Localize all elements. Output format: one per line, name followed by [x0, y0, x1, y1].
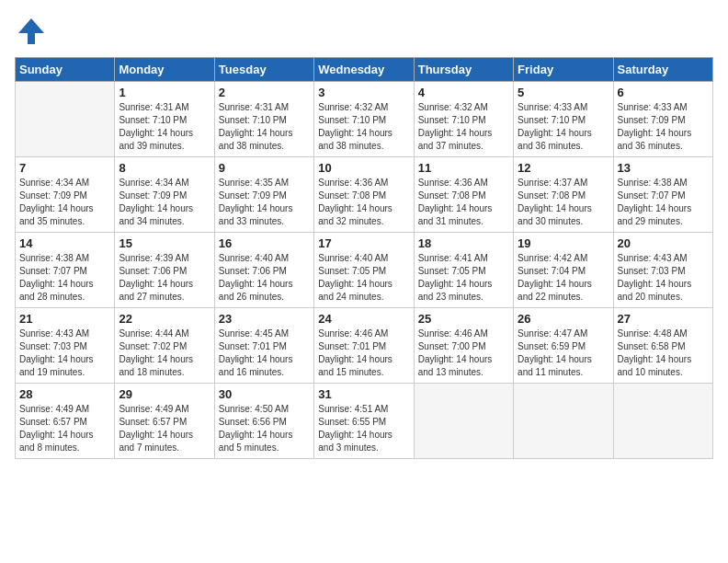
day-number: 4: [418, 86, 509, 99]
day-info: Sunrise: 4:51 AM Sunset: 6:55 PM Dayligh…: [318, 403, 409, 454]
day-number: 8: [119, 161, 210, 175]
day-number: 26: [518, 312, 609, 326]
day-number: 9: [219, 161, 310, 175]
day-info: Sunrise: 4:46 AM Sunset: 7:01 PM Dayligh…: [318, 327, 409, 379]
calendar-week-row: 21Sunrise: 4:43 AM Sunset: 7:03 PM Dayli…: [16, 308, 713, 384]
calendar-day-cell: 18Sunrise: 4:41 AM Sunset: 7:05 PM Dayli…: [414, 233, 513, 308]
calendar-day-cell: [514, 384, 613, 459]
day-info: Sunrise: 4:37 AM Sunset: 7:08 PM Dayligh…: [518, 177, 609, 228]
day-number: 20: [618, 236, 709, 250]
day-number: 29: [119, 387, 210, 401]
day-number: 6: [618, 86, 709, 99]
day-number: 14: [19, 236, 110, 250]
day-info: Sunrise: 4:33 AM Sunset: 7:09 PM Dayligh…: [618, 101, 709, 153]
weekday-header: Saturday: [613, 58, 712, 82]
day-info: Sunrise: 4:39 AM Sunset: 7:06 PM Dayligh…: [119, 252, 210, 304]
day-number: 28: [19, 387, 110, 401]
calendar-day-cell: 3Sunrise: 4:32 AM Sunset: 7:10 PM Daylig…: [314, 82, 414, 157]
day-number: 24: [318, 312, 409, 326]
calendar-day-cell: [414, 384, 513, 459]
day-number: 11: [418, 161, 509, 175]
day-info: Sunrise: 4:49 AM Sunset: 6:57 PM Dayligh…: [19, 403, 110, 454]
weekday-header: Tuesday: [214, 58, 313, 82]
day-number: 16: [219, 236, 310, 250]
calendar-day-cell: 10Sunrise: 4:36 AM Sunset: 7:08 PM Dayli…: [314, 157, 414, 233]
day-info: Sunrise: 4:42 AM Sunset: 7:04 PM Dayligh…: [518, 252, 609, 304]
calendar-day-cell: [16, 82, 115, 157]
calendar-day-cell: 16Sunrise: 4:40 AM Sunset: 7:06 PM Dayli…: [214, 233, 313, 308]
calendar-day-cell: 9Sunrise: 4:35 AM Sunset: 7:09 PM Daylig…: [214, 157, 313, 233]
calendar-week-row: 14Sunrise: 4:38 AM Sunset: 7:07 PM Dayli…: [16, 233, 713, 308]
calendar-day-cell: 19Sunrise: 4:42 AM Sunset: 7:04 PM Dayli…: [514, 233, 613, 308]
day-number: 19: [518, 236, 609, 250]
weekday-header: Sunday: [16, 58, 115, 82]
svg-marker-0: [18, 18, 44, 44]
day-info: Sunrise: 4:48 AM Sunset: 6:58 PM Dayligh…: [618, 327, 709, 379]
header: [15, 15, 713, 48]
weekday-header: Monday: [115, 58, 214, 82]
calendar-day-cell: 27Sunrise: 4:48 AM Sunset: 6:58 PM Dayli…: [613, 308, 712, 384]
day-number: 31: [318, 387, 409, 401]
calendar-header-row: SundayMondayTuesdayWednesdayThursdayFrid…: [16, 58, 713, 82]
day-info: Sunrise: 4:31 AM Sunset: 7:10 PM Dayligh…: [219, 101, 310, 153]
day-number: 27: [618, 312, 709, 326]
calendar-day-cell: 30Sunrise: 4:50 AM Sunset: 6:56 PM Dayli…: [214, 384, 313, 459]
calendar-day-cell: 17Sunrise: 4:40 AM Sunset: 7:05 PM Dayli…: [314, 233, 414, 308]
day-info: Sunrise: 4:36 AM Sunset: 7:08 PM Dayligh…: [318, 177, 409, 228]
day-info: Sunrise: 4:34 AM Sunset: 7:09 PM Dayligh…: [19, 177, 110, 228]
day-number: 5: [518, 86, 609, 99]
day-info: Sunrise: 4:33 AM Sunset: 7:10 PM Dayligh…: [518, 101, 609, 153]
calendar-day-cell: 1Sunrise: 4:31 AM Sunset: 7:10 PM Daylig…: [115, 82, 214, 157]
logo: [15, 15, 51, 48]
calendar-day-cell: 14Sunrise: 4:38 AM Sunset: 7:07 PM Dayli…: [16, 233, 115, 308]
day-info: Sunrise: 4:32 AM Sunset: 7:10 PM Dayligh…: [418, 101, 509, 153]
day-number: 18: [418, 236, 509, 250]
day-number: 7: [19, 161, 110, 175]
calendar-day-cell: 7Sunrise: 4:34 AM Sunset: 7:09 PM Daylig…: [16, 157, 115, 233]
logo-icon: [15, 15, 48, 48]
calendar-day-cell: 15Sunrise: 4:39 AM Sunset: 7:06 PM Dayli…: [115, 233, 214, 308]
day-info: Sunrise: 4:46 AM Sunset: 7:00 PM Dayligh…: [418, 327, 509, 379]
calendar-day-cell: 5Sunrise: 4:33 AM Sunset: 7:10 PM Daylig…: [514, 82, 613, 157]
calendar-day-cell: [613, 384, 712, 459]
calendar-day-cell: 26Sunrise: 4:47 AM Sunset: 6:59 PM Dayli…: [514, 308, 613, 384]
day-number: 21: [19, 312, 110, 326]
day-number: 10: [318, 161, 409, 175]
day-number: 15: [119, 236, 210, 250]
day-info: Sunrise: 4:45 AM Sunset: 7:01 PM Dayligh…: [219, 327, 310, 379]
day-info: Sunrise: 4:31 AM Sunset: 7:10 PM Dayligh…: [119, 101, 210, 153]
day-info: Sunrise: 4:44 AM Sunset: 7:02 PM Dayligh…: [119, 327, 210, 379]
day-info: Sunrise: 4:38 AM Sunset: 7:07 PM Dayligh…: [19, 252, 110, 304]
day-number: 23: [219, 312, 310, 326]
calendar-day-cell: 6Sunrise: 4:33 AM Sunset: 7:09 PM Daylig…: [613, 82, 712, 157]
weekday-header: Friday: [514, 58, 613, 82]
calendar-day-cell: 22Sunrise: 4:44 AM Sunset: 7:02 PM Dayli…: [115, 308, 214, 384]
calendar-body: 1Sunrise: 4:31 AM Sunset: 7:10 PM Daylig…: [16, 82, 713, 459]
calendar-table: SundayMondayTuesdayWednesdayThursdayFrid…: [15, 57, 713, 459]
day-info: Sunrise: 4:50 AM Sunset: 6:56 PM Dayligh…: [219, 403, 310, 454]
day-info: Sunrise: 4:32 AM Sunset: 7:10 PM Dayligh…: [318, 101, 409, 153]
day-info: Sunrise: 4:43 AM Sunset: 7:03 PM Dayligh…: [618, 252, 709, 304]
calendar-day-cell: 25Sunrise: 4:46 AM Sunset: 7:00 PM Dayli…: [414, 308, 513, 384]
day-number: 3: [318, 86, 409, 99]
weekday-header: Thursday: [414, 58, 513, 82]
day-number: 22: [119, 312, 210, 326]
day-number: 2: [219, 86, 310, 99]
day-info: Sunrise: 4:40 AM Sunset: 7:06 PM Dayligh…: [219, 252, 310, 304]
day-info: Sunrise: 4:35 AM Sunset: 7:09 PM Dayligh…: [219, 177, 310, 228]
calendar-day-cell: 13Sunrise: 4:38 AM Sunset: 7:07 PM Dayli…: [613, 157, 712, 233]
day-info: Sunrise: 4:34 AM Sunset: 7:09 PM Dayligh…: [119, 177, 210, 228]
calendar-day-cell: 31Sunrise: 4:51 AM Sunset: 6:55 PM Dayli…: [314, 384, 414, 459]
day-info: Sunrise: 4:41 AM Sunset: 7:05 PM Dayligh…: [418, 252, 509, 304]
calendar-day-cell: 4Sunrise: 4:32 AM Sunset: 7:10 PM Daylig…: [414, 82, 513, 157]
calendar-week-row: 7Sunrise: 4:34 AM Sunset: 7:09 PM Daylig…: [16, 157, 713, 233]
calendar-day-cell: 24Sunrise: 4:46 AM Sunset: 7:01 PM Dayli…: [314, 308, 414, 384]
day-info: Sunrise: 4:38 AM Sunset: 7:07 PM Dayligh…: [618, 177, 709, 228]
calendar-day-cell: 8Sunrise: 4:34 AM Sunset: 7:09 PM Daylig…: [115, 157, 214, 233]
day-info: Sunrise: 4:36 AM Sunset: 7:08 PM Dayligh…: [418, 177, 509, 228]
day-info: Sunrise: 4:40 AM Sunset: 7:05 PM Dayligh…: [318, 252, 409, 304]
calendar-day-cell: 12Sunrise: 4:37 AM Sunset: 7:08 PM Dayli…: [514, 157, 613, 233]
calendar-day-cell: 20Sunrise: 4:43 AM Sunset: 7:03 PM Dayli…: [613, 233, 712, 308]
day-number: 17: [318, 236, 409, 250]
weekday-header: Wednesday: [314, 58, 414, 82]
